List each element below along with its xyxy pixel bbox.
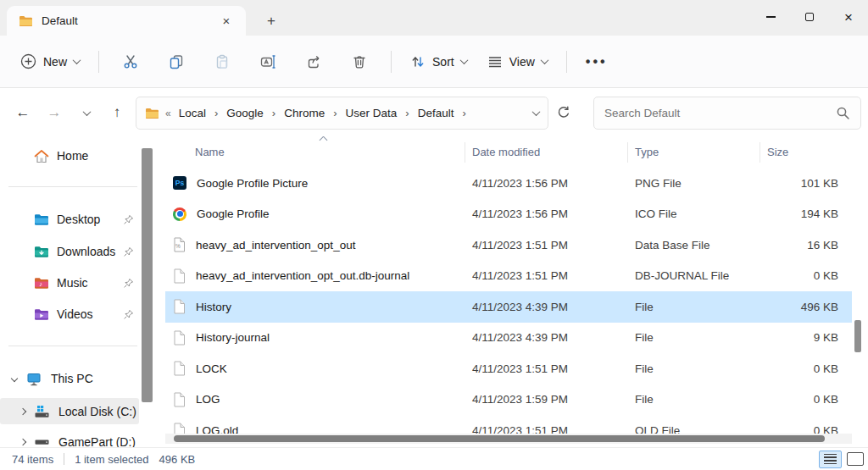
chevron-right-icon[interactable]: [19, 407, 26, 414]
file-name: heavy_ad_intervention_opt_out.db-journal: [196, 269, 409, 282]
sidebar-item-desktop[interactable]: Desktop: [0, 207, 158, 232]
table-row-log[interactable]: LOG 4/11/2023 1:59 PM File 0 KB: [165, 384, 852, 416]
file-date: 4/11/2023 1:56 PM: [465, 177, 627, 190]
file-name: Google Profile Picture: [197, 177, 308, 190]
details-view-toggle[interactable]: [819, 451, 842, 468]
table-row-google-profile-picture[interactable]: PsGoogle Profile Picture 4/11/2023 1:56 …: [165, 168, 852, 199]
toolbar-divider: [98, 51, 99, 73]
file-date: 4/11/2023 4:39 PM: [465, 301, 627, 313]
sidebar-item-videos[interactable]: Videos: [0, 301, 158, 327]
sidebar-item-label: Local Disk (C:): [58, 405, 136, 418]
sidebar-scrollbar[interactable]: [142, 148, 153, 402]
column-divider[interactable]: [465, 142, 465, 163]
breadcrumb-chrome[interactable]: Chrome: [282, 105, 326, 121]
desktop-folder-icon: [34, 213, 49, 226]
table-row-log-old[interactable]: LOG.old 4/11/2023 1:51 PM OLD File 0 KB: [165, 415, 852, 434]
local-disk-icon: [34, 405, 50, 418]
cut-button[interactable]: [112, 46, 149, 78]
file-type: ICO File: [627, 207, 760, 220]
file-date: 4/11/2023 1:51 PM: [465, 362, 627, 375]
refresh-button[interactable]: [556, 101, 581, 124]
tab-close-icon[interactable]: ×: [215, 11, 237, 31]
delete-button[interactable]: [341, 46, 378, 78]
view-button-label: View: [509, 55, 535, 69]
table-row-history-selected[interactable]: History 4/11/2023 4:39 PM File 496 KB: [165, 291, 852, 323]
large-thumbnails-view-toggle[interactable]: [847, 452, 864, 466]
sidebar-item-this-pc[interactable]: This PC: [0, 366, 158, 391]
chevron-right-icon[interactable]: [19, 439, 26, 445]
file-size: 496 KB: [760, 301, 852, 313]
file-size: 0 KB: [760, 424, 852, 434]
file-name: heavy_ad_intervention_opt_out: [196, 239, 355, 252]
column-header-type[interactable]: Type: [627, 146, 760, 158]
breadcrumb-google[interactable]: Google: [225, 105, 265, 121]
recent-locations-button[interactable]: [74, 101, 99, 124]
copy-button[interactable]: [158, 46, 195, 78]
address-row: ← → ↑ « Local › Google › Chrome › User D…: [0, 89, 868, 136]
address-dropdown-chevron-icon[interactable]: [532, 108, 541, 116]
view-button[interactable]: View: [477, 46, 558, 78]
close-button[interactable]: ×: [829, 0, 868, 34]
rename-button[interactable]: [249, 46, 287, 78]
tab-default[interactable]: Default ×: [7, 6, 246, 36]
search-box: [593, 97, 861, 130]
file-size: 0 KB: [760, 269, 852, 282]
address-bar[interactable]: « Local › Google › Chrome › User Data › …: [136, 97, 548, 130]
column-header-size[interactable]: Size: [760, 146, 852, 158]
search-input[interactable]: [604, 107, 836, 119]
table-row-heavy-ad-intervention-opt-out-db-journal[interactable]: heavy_ad_intervention_opt_out.db-journal…: [165, 261, 852, 292]
new-tab-button[interactable]: +: [259, 11, 283, 31]
see-more-button[interactable]: •••: [576, 46, 618, 78]
sidebar-item-label: Music: [57, 276, 88, 290]
breadcrumb-user-data[interactable]: User Data: [344, 105, 399, 121]
sidebar-item-music[interactable]: ♪ Music: [0, 270, 158, 296]
selection-size: 496 KB: [159, 453, 196, 466]
table-row-heavy-ad-intervention-opt-out[interactable]: %heavy_ad_intervention_opt_out 4/11/2023…: [165, 229, 852, 261]
folder-icon: [145, 108, 159, 119]
pin-icon: [123, 278, 134, 289]
breadcrumb-local[interactable]: Local: [177, 105, 208, 121]
chevron-down-icon: [459, 56, 468, 64]
table-row-history-journal[interactable]: History-journal 4/11/2023 4:39 PM File 9…: [165, 323, 852, 354]
column-header-date-modified[interactable]: Date modified: [465, 146, 627, 158]
maximize-button[interactable]: [790, 0, 829, 34]
column-divider[interactable]: [627, 142, 628, 163]
new-button[interactable]: New: [10, 46, 90, 78]
up-button[interactable]: ↑: [104, 101, 130, 124]
back-button[interactable]: ←: [10, 101, 36, 124]
chevron-down-icon: [73, 56, 81, 64]
paste-button[interactable]: [203, 46, 241, 78]
sidebar-item-downloads[interactable]: Downloads: [0, 239, 158, 264]
photoshop-file-icon: Ps: [173, 176, 186, 190]
table-row-google-profile[interactable]: Google Profile 4/11/2023 1:56 PM ICO Fil…: [165, 199, 852, 230]
file-date: 4/11/2023 1:59 PM: [465, 393, 627, 406]
vertical-scrollbar-thumb[interactable]: [854, 320, 861, 352]
file-date: 4/11/2023 1:51 PM: [465, 239, 627, 252]
sidebar-item-local-disk-c[interactable]: Local Disk (C:): [0, 398, 139, 424]
file-icon: [173, 330, 186, 346]
sidebar-item-home[interactable]: Home: [0, 143, 158, 169]
chevron-down-icon: [82, 108, 91, 116]
vertical-scrollbar[interactable]: [854, 136, 862, 434]
table-row-lock[interactable]: LOCK 4/11/2023 1:51 PM File 0 KB: [165, 353, 852, 384]
forward-button[interactable]: →: [42, 101, 67, 124]
sidebar-item-gamepart-d[interactable]: GamePart (D:): [0, 429, 158, 447]
drive-icon: [34, 435, 50, 447]
minimize-button[interactable]: [751, 0, 790, 34]
file-explorer-window: Default × + × New: [0, 0, 868, 470]
sort-icon: [410, 54, 426, 69]
file-size: 101 KB: [760, 177, 852, 190]
share-button[interactable]: [295, 46, 332, 78]
file-type: PNG File: [627, 177, 760, 190]
downloads-folder-icon: [34, 246, 49, 258]
column-divider[interactable]: [760, 142, 760, 163]
chevron-down-icon[interactable]: [11, 375, 18, 382]
breadcrumb-overflow[interactable]: «: [165, 108, 171, 119]
sort-button[interactable]: Sort: [400, 46, 477, 78]
horizontal-scrollbar-thumb[interactable]: [174, 435, 825, 442]
breadcrumb-default[interactable]: Default: [416, 105, 456, 121]
breadcrumb-separator: ›: [404, 107, 409, 119]
horizontal-scrollbar[interactable]: [165, 434, 852, 444]
item-count: 74 items: [12, 453, 53, 466]
column-header-name[interactable]: Name: [165, 146, 465, 158]
